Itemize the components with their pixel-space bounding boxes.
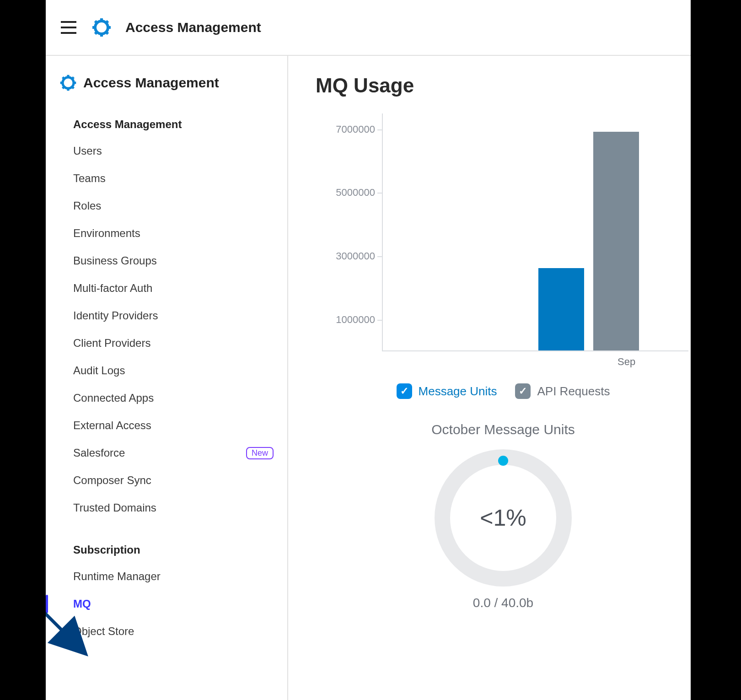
checkbox-checked-icon: ✓: [397, 383, 412, 399]
gauge-value: <1%: [480, 505, 526, 531]
svg-rect-2: [61, 32, 76, 34]
sidebar-item-business-groups[interactable]: Business Groups: [46, 247, 287, 275]
x-tick-label: Sep: [618, 356, 635, 368]
sidebar-item-label: Connected Apps: [73, 392, 154, 404]
y-tick-label: 1000000: [318, 314, 380, 326]
sidebar-item-label: External Access: [73, 419, 151, 432]
sidebar-item-label: Composer Sync: [73, 474, 151, 487]
sidebar-title: Access Management: [83, 75, 219, 91]
bar-api-requests: [593, 132, 639, 350]
sidebar-item-users[interactable]: Users: [46, 137, 287, 165]
sidebar-item-runtime-manager[interactable]: Runtime Manager: [46, 563, 287, 590]
sidebar-item-mq[interactable]: MQ: [46, 590, 287, 618]
sidebar-header: Access Management: [46, 70, 287, 105]
sidebar-item-label: MQ: [73, 598, 91, 610]
sidebar-group-label: Access Management: [46, 105, 287, 137]
legend-api-requests[interactable]: ✓ API Requests: [515, 383, 610, 399]
sidebar-item-label: Business Groups: [73, 254, 157, 267]
sidebar-item-label: Teams: [73, 172, 106, 185]
sidebar-item-environments[interactable]: Environments: [46, 220, 287, 247]
gauge-section: October Message Units <1% 0.0 / 40.0b: [316, 422, 691, 610]
gauge-dot-icon: [498, 456, 508, 466]
sidebar-item-composer-sync[interactable]: Composer Sync: [46, 467, 287, 494]
legend-label: API Requests: [537, 384, 610, 398]
sidebar-item-label: Object Store: [73, 625, 134, 638]
topbar: Access Management: [46, 0, 691, 56]
sidebar-item-client-providers[interactable]: Client Providers: [46, 329, 287, 357]
sidebar-item-label: Users: [73, 145, 102, 157]
new-badge: New: [246, 447, 274, 459]
main: MQ Usage 1000000300000050000007000000 Se…: [288, 56, 691, 700]
sidebar-item-audit-logs[interactable]: Audit Logs: [46, 357, 287, 384]
sidebar-group-label: Subscription: [46, 522, 287, 563]
svg-rect-1: [61, 27, 76, 28]
sidebar-item-teams[interactable]: Teams: [46, 165, 287, 192]
y-tick-label: 5000000: [318, 187, 380, 199]
sidebar-item-roles[interactable]: Roles: [46, 192, 287, 220]
sidebar: Access Management Access Management User…: [46, 56, 288, 700]
sidebar-item-label: Runtime Manager: [73, 570, 161, 583]
svg-rect-0: [61, 21, 76, 23]
y-tick-label: 7000000: [318, 124, 380, 135]
svg-point-11: [95, 21, 108, 34]
gear-icon: [91, 17, 112, 38]
gauge-title: October Message Units: [316, 422, 691, 437]
svg-point-20: [63, 77, 74, 88]
sidebar-item-label: Audit Logs: [73, 364, 125, 377]
usage-bar-chart: 1000000300000050000007000000 Sep: [316, 113, 691, 365]
legend-label: Message Units: [419, 384, 497, 398]
sidebar-item-object-store[interactable]: Object Store: [46, 618, 287, 645]
gauge-chart: <1%: [435, 449, 572, 587]
y-tick-label: 3000000: [318, 250, 380, 262]
sidebar-item-label: Multi-factor Auth: [73, 282, 152, 295]
hamburger-menu-icon[interactable]: [59, 18, 78, 37]
sidebar-item-mfa[interactable]: Multi-factor Auth: [46, 275, 287, 302]
legend-message-units[interactable]: ✓ Message Units: [397, 383, 497, 399]
sidebar-item-label: Environments: [73, 227, 140, 240]
sidebar-item-label: Salesforce: [73, 447, 125, 459]
sidebar-item-connected-apps[interactable]: Connected Apps: [46, 384, 287, 412]
bar-message-units: [538, 268, 584, 350]
gauge-subtext: 0.0 / 40.0b: [316, 596, 691, 610]
sidebar-item-label: Roles: [73, 199, 101, 212]
page-title: MQ Usage: [316, 74, 691, 97]
sidebar-item-label: Identity Providers: [73, 309, 158, 322]
topbar-title: Access Management: [125, 20, 261, 35]
sidebar-item-salesforce[interactable]: Salesforce New: [46, 439, 287, 467]
checkbox-checked-icon: ✓: [515, 383, 531, 399]
sidebar-item-external-access[interactable]: External Access: [46, 412, 287, 439]
sidebar-item-label: Trusted Domains: [73, 501, 156, 514]
sidebar-item-trusted-domains[interactable]: Trusted Domains: [46, 494, 287, 522]
sidebar-item-label: Client Providers: [73, 337, 150, 350]
chart-legend: ✓ Message Units ✓ API Requests: [316, 374, 691, 422]
gear-icon: [59, 74, 77, 92]
sidebar-item-identity-providers[interactable]: Identity Providers: [46, 302, 287, 329]
